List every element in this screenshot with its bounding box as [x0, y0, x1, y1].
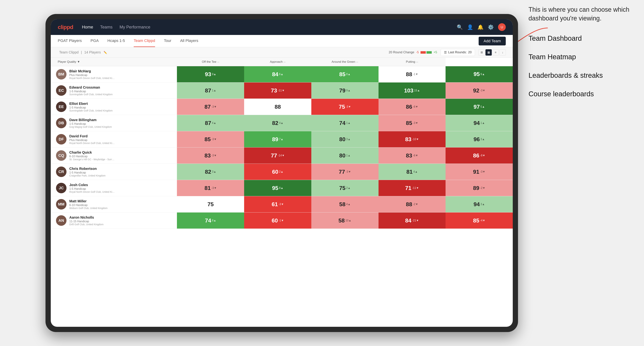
metric-score: 85 [406, 120, 412, 126]
table-row[interactable]: CQ Charlie Quick 6-10 Handicap St. Georg… [51, 148, 513, 164]
sort-arrow-tee[interactable]: — [217, 61, 219, 63]
metric-change: 8▲ [279, 186, 283, 190]
search-icon[interactable]: 🔍 [457, 24, 463, 30]
player-avatar: EC [56, 85, 66, 96]
player-details: Chris Robertson 1-5 Handicap Craigmillar… [69, 167, 106, 177]
player-name: Charlie Quick [69, 151, 115, 155]
player-handicap: 1-5 Handicap [69, 187, 115, 190]
sort-arrow-putting[interactable]: — [416, 61, 418, 63]
annotation-item-0: Team Dashboard [528, 33, 634, 43]
nav-item-teams[interactable]: Teams [100, 25, 112, 29]
annotation-list: Team Dashboard Team Heatmap Leaderboards… [528, 33, 634, 99]
sort-arrow-approach[interactable]: — [284, 61, 286, 63]
metric-score: 60 [272, 217, 278, 224]
player-club: Woburn Golf Club, United Kingdom [69, 207, 108, 209]
metric-off_tee: 95 8▲ [244, 180, 311, 196]
player-club: Craigmillar Park, United Kingdom [69, 174, 106, 177]
metric-inner: 81 -3▼ [177, 180, 244, 196]
metric-change: 2▲ [346, 186, 350, 190]
metric-score: 86 [406, 104, 412, 110]
metric-inner: 83 -6▼ [378, 148, 446, 164]
metric-change: 1▲ [212, 89, 216, 92]
person-icon[interactable]: 👤 [467, 24, 473, 30]
table-row[interactable]: AN Aaron Nicholls 11-15 Handicap Drift G… [51, 212, 513, 229]
metric-putting: 96 3▲ [446, 131, 513, 148]
player-tbody: BM Blair McHarg Plus Handicap Royal Nort… [51, 66, 513, 229]
metric-inner: 88 -2▼ [378, 196, 446, 212]
change-bar [420, 51, 432, 54]
metric-off_tee: 82 4▲ [244, 115, 311, 131]
metric-score: 92 [473, 87, 479, 94]
player-details: David Ford Plus Handicap Royal North Dev… [69, 134, 115, 145]
annotation-item-2: Leaderboards & streaks [528, 70, 634, 80]
tab-tour[interactable]: Tour [164, 35, 171, 47]
metric-inner: 71 -11▼ [378, 180, 446, 196]
metric-change: 15▲ [414, 89, 420, 92]
metric-change: 1▲ [480, 121, 485, 125]
nav-item-home[interactable]: Home [82, 25, 93, 29]
player-info-cell: MM Matt Miller 6-10 Handicap Woburn Golf… [51, 196, 177, 212]
metric-putting: 95 9▲ [446, 66, 513, 82]
add-team-button[interactable]: Add Team [478, 37, 506, 45]
list-view-icon[interactable]: ≡ [492, 49, 499, 56]
sort-arrow-green[interactable]: — [356, 61, 358, 63]
metric-inner: 80 1▲ [311, 148, 378, 164]
table-row[interactable]: DF David Ford Plus Handicap Royal North … [51, 131, 513, 148]
metric-score: 87 [205, 120, 211, 126]
table-row[interactable]: EE Elliot Ebert 1-5 Handicap Sunningdale… [51, 99, 513, 115]
table-row[interactable]: JC Josh Coles 1-5 Handicap Royal North D… [51, 180, 513, 196]
edit-icon[interactable]: ✏️ [104, 51, 107, 54]
metric-inner: 77 -14▼ [244, 148, 311, 164]
table-row[interactable]: MM Matt Miller 6-10 Handicap Woburn Golf… [51, 196, 513, 212]
player-name: Blair McHarg [69, 69, 115, 73]
metric-around_green: 86 -6▼ [378, 99, 446, 115]
tab-all-players[interactable]: All Players [180, 35, 198, 47]
player-name: Josh Coles [69, 183, 115, 187]
metric-change: 3▲ [212, 170, 216, 173]
download-icon[interactable]: ↓ [500, 49, 506, 56]
metric-approach: 85 8▲ [311, 66, 378, 82]
tab-hcaps[interactable]: Hcaps 1-5 [108, 35, 125, 47]
last-rounds-button[interactable]: ☰ Last Rounds: 20 [441, 49, 475, 56]
metric-approach: 74 1▲ [311, 115, 378, 131]
table-row[interactable]: BM Blair McHarg Plus Handicap Royal Nort… [51, 66, 513, 82]
tab-pgat-players[interactable]: PGAT Players [58, 35, 82, 47]
settings-icon[interactable]: ⚙️ [488, 24, 494, 30]
player-info-cell: JC Josh Coles 1-5 Handicap Royal North D… [51, 180, 177, 196]
table-row[interactable]: DB Dave Billingham 1-5 Handicap Gog Mago… [51, 115, 513, 131]
col-putting: Putting — [378, 58, 446, 66]
metric-putting: 86 -8▼ [446, 148, 513, 164]
metric-putting: 92 -3▼ [446, 82, 513, 99]
metric-around_green: 103 15▲ [378, 82, 446, 99]
nav-item-my-performance[interactable]: My Performance [120, 25, 150, 29]
metric-score: 87 [205, 87, 211, 94]
heatmap-view-icon[interactable]: ▦ [486, 49, 492, 56]
metric-change: -3▼ [212, 154, 217, 157]
tab-team-clippd[interactable]: Team Clippd [134, 35, 155, 47]
metric-around_green: 81 4▲ [378, 164, 446, 180]
metric-approach: 77 -3▼ [311, 164, 378, 180]
bell-icon[interactable]: 🔔 [478, 24, 484, 30]
metric-inner: 73 -11▼ [244, 82, 311, 99]
metric-inner: 95 9▲ [446, 66, 513, 82]
table-container[interactable]: Player Quality ▼ Off the Tee — Approach … [51, 58, 513, 327]
player-club: St. George's Hill GC - Weybridge - Surre… [69, 158, 115, 161]
table-row[interactable]: CR Chris Robertson 1-5 Handicap Craigmil… [51, 164, 513, 180]
team-name-label: Team Clippd | 14 Players ✏️ [58, 50, 107, 54]
annotation-item-1: Team Heatmap [528, 52, 634, 62]
player-club: Sunningdale Golf Club, United Kingdom [69, 109, 113, 112]
player-club: Royal North Devon Golf Club, United King… [69, 77, 115, 79]
metric-inner: 85 -4▼ [446, 212, 513, 229]
user-avatar[interactable]: U [498, 23, 506, 31]
metric-inner: 83 -3▼ [177, 148, 244, 164]
tab-pga[interactable]: PGA [90, 35, 98, 47]
grid-view-icon[interactable]: ⊞ [478, 49, 485, 56]
metric-putting: 97 5▲ [446, 99, 513, 115]
ipad-screen: clippd Home Teams My Performance 🔍 👤 🔔 ⚙… [51, 19, 513, 327]
metric-inner: 85 -3▼ [378, 115, 446, 131]
sort-arrow[interactable]: ▼ [77, 60, 80, 63]
metric-inner: 82 4▲ [244, 115, 311, 131]
metric-inner: 74 8▲ [177, 212, 244, 229]
player-club: Royal North Devon Golf Club, United King… [69, 190, 115, 193]
table-row[interactable]: EC Edward Crossman 1-5 Handicap Sunningd… [51, 82, 513, 99]
